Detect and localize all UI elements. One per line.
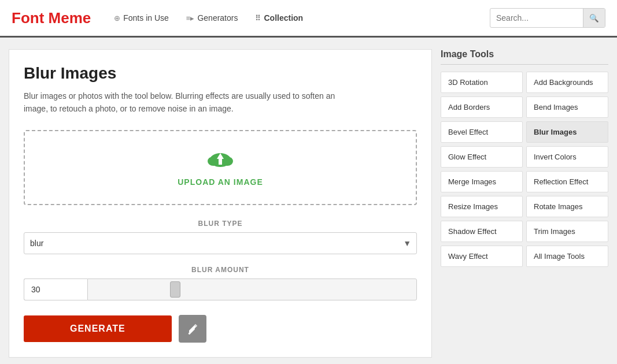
tool-item-rotate-images[interactable]: Rotate Images — [526, 196, 608, 217]
tool-item-trim-images[interactable]: Trim Images — [526, 221, 608, 242]
nav-fonts-label: Fonts in Use — [123, 13, 169, 23]
list-icon: ≡▸ — [186, 14, 195, 23]
header: Font Meme ⊕ Fonts in Use ≡▸ Generators ⠿… — [0, 0, 617, 38]
sidebar: Image Tools 3D RotationAdd BackgroundsAd… — [441, 49, 608, 358]
pencil-icon — [186, 322, 199, 335]
blur-amount-row: 30 — [24, 278, 417, 300]
blur-slider-track[interactable] — [87, 278, 417, 300]
main-nav: ⊕ Fonts in Use ≡▸ Generators ⠿ Collectio… — [114, 13, 490, 23]
tools-grid: 3D RotationAdd BackgroundsAdd BordersBen… — [441, 72, 608, 267]
upload-label: UPLOAD AN IMAGE — [42, 177, 398, 187]
tool-item-glow-effect[interactable]: Glow Effect — [441, 146, 523, 168]
upload-icon — [206, 148, 235, 172]
nav-generators-label: Generators — [197, 13, 238, 23]
tool-item-resize-images[interactable]: Resize Images — [441, 196, 523, 217]
nav-fonts-in-use[interactable]: ⊕ Fonts in Use — [114, 13, 169, 23]
blur-amount-label: BLUR AMOUNT — [24, 266, 417, 274]
nav-collection-label: Collection — [264, 13, 303, 23]
tool-item-add-borders[interactable]: Add Borders — [441, 96, 523, 118]
nav-collection[interactable]: ⠿ Collection — [255, 13, 303, 23]
blur-type-label: BLUR TYPE — [24, 220, 417, 228]
tool-item-reflection-effect[interactable]: Reflection Effect — [526, 171, 608, 192]
search-input[interactable] — [490, 13, 583, 23]
search-button[interactable]: 🔍 — [583, 8, 605, 28]
tool-item-add-backgrounds[interactable]: Add Backgrounds — [526, 72, 608, 93]
sidebar-title: Image Tools — [441, 49, 608, 65]
tool-item-invert-colors[interactable]: Invert Colors — [526, 146, 608, 168]
tool-item-blur-images[interactable]: Blur Images — [526, 121, 608, 143]
button-row: GENERATE — [24, 315, 417, 343]
site-logo[interactable]: Font Meme — [12, 9, 91, 27]
edit-button[interactable] — [179, 315, 206, 343]
blur-slider-handle[interactable] — [170, 281, 180, 298]
tool-item-merge-images[interactable]: Merge Images — [441, 171, 523, 192]
nav-generators[interactable]: ≡▸ Generators — [186, 13, 238, 23]
tool-item-3d-rotation[interactable]: 3D Rotation — [441, 72, 523, 93]
target-icon: ⊕ — [114, 14, 120, 23]
tool-item-all-image-tools[interactable]: All Image Tools — [526, 246, 608, 267]
generate-button[interactable]: GENERATE — [24, 315, 172, 342]
tool-item-wavy-effect[interactable]: Wavy Effect — [441, 246, 523, 267]
tool-item-bend-images[interactable]: Bend Images — [526, 96, 608, 118]
page-title: Blur Images — [24, 64, 417, 83]
grid-icon: ⠿ — [255, 14, 261, 23]
main-layout: Blur Images Blur images or photos with t… — [0, 38, 617, 364]
blur-amount-value: 30 — [24, 278, 87, 300]
tool-item-bevel-effect[interactable]: Bevel Effect — [441, 121, 523, 143]
tool-item-shadow-effect[interactable]: Shadow Effect — [441, 221, 523, 242]
content-panel: Blur Images Blur images or photos with t… — [9, 49, 432, 358]
blur-type-select[interactable]: blur motion blur radial blur — [24, 232, 417, 254]
page-description: Blur images or photos with the tool belo… — [24, 90, 348, 116]
svg-rect-5 — [219, 159, 222, 165]
upload-area[interactable]: UPLOAD AN IMAGE — [24, 130, 417, 205]
blur-type-wrapper: blur motion blur radial blur ▼ — [24, 232, 417, 254]
search-box: 🔍 — [490, 8, 605, 28]
